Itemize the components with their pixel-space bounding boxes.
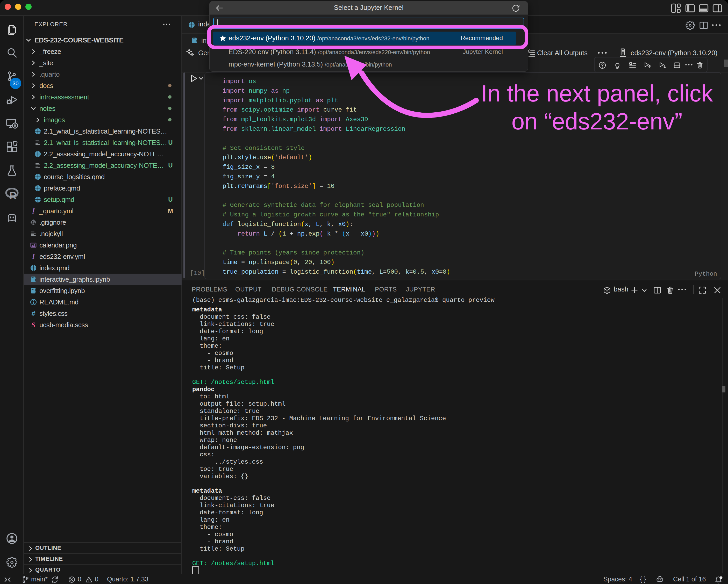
svg-text:R: R [9,190,17,200]
